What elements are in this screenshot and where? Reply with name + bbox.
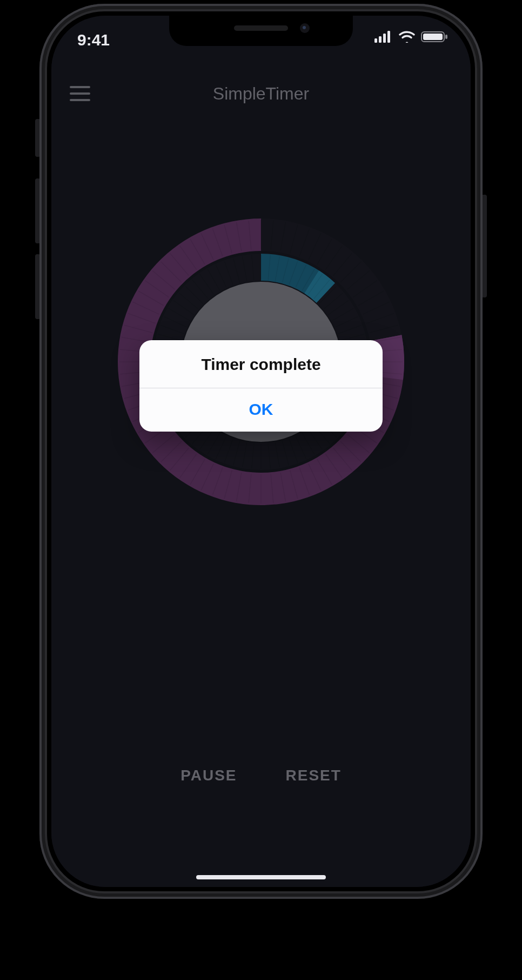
status-time: 9:41 <box>77 31 110 49</box>
cellular-icon <box>374 31 393 43</box>
alert-ok-button[interactable]: OK <box>139 388 383 432</box>
status-icons <box>374 31 448 43</box>
alert-title: Timer complete <box>139 340 383 388</box>
svg-rect-3 <box>387 31 390 43</box>
battery-icon <box>421 31 448 43</box>
front-camera <box>300 23 310 33</box>
screen: 9:41 <box>51 16 471 887</box>
svg-rect-2 <box>383 34 386 43</box>
alert-dialog: Timer complete OK <box>139 340 383 432</box>
speaker-grill <box>234 25 288 31</box>
svg-rect-1 <box>379 36 382 43</box>
modal-backdrop[interactable] <box>51 16 471 887</box>
svg-rect-6 <box>445 35 447 39</box>
home-indicator[interactable] <box>196 875 326 879</box>
wifi-icon <box>398 31 416 43</box>
svg-rect-0 <box>374 38 377 43</box>
svg-rect-5 <box>423 34 443 40</box>
phone-frame: 9:41 <box>39 4 483 899</box>
notch <box>169 16 353 46</box>
